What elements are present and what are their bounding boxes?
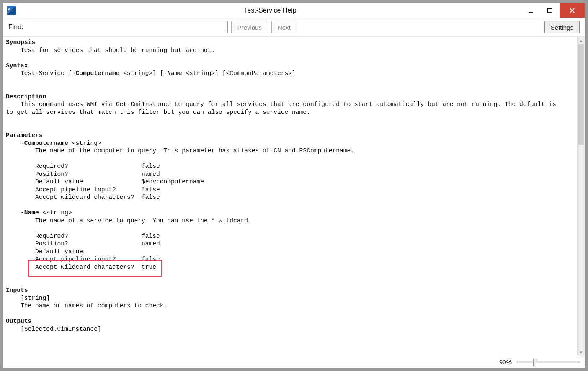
p2-name: Name	[24, 209, 39, 216]
inputs-heading: Inputs	[6, 287, 28, 294]
vertical-scrollbar[interactable]: ▲ ▼	[577, 37, 585, 356]
outputs-type: [Selected.CimInstance]	[21, 326, 101, 332]
p1-type: <string>	[68, 140, 101, 147]
p2-wildcard: Accept wildcard characters? true	[35, 264, 156, 271]
maximize-icon	[547, 8, 553, 13]
window-title: Test-Service Help	[19, 3, 521, 18]
minimize-button[interactable]	[521, 3, 540, 18]
status-bar: 90%	[3, 356, 585, 368]
zoom-level: 90%	[499, 358, 512, 366]
scroll-thumb[interactable]	[578, 44, 584, 145]
titlebar[interactable]: Test-Service Help	[3, 3, 585, 18]
p1-position: Position? named	[35, 171, 160, 178]
p1-desc: The name of the computer to query. This …	[35, 147, 354, 154]
scroll-down-arrow[interactable]: ▼	[578, 348, 585, 356]
syntax-prefix: Test-Service [-	[21, 70, 75, 77]
maximize-button[interactable]	[540, 3, 560, 18]
p1-dash: -	[21, 140, 24, 147]
synopsis-heading: Synopsis	[6, 39, 35, 46]
find-toolbar: Find: Previous Next Settings	[3, 18, 585, 36]
previous-button[interactable]: Previous	[231, 21, 268, 33]
p1-default: Default value $env:computername	[35, 178, 204, 185]
inputs-text: The name or names of computers to check.	[21, 302, 167, 309]
close-button[interactable]	[560, 3, 585, 18]
close-icon	[569, 8, 575, 13]
window-controls	[521, 3, 585, 18]
content-area: Synopsis Test for services that should b…	[3, 36, 585, 356]
help-text[interactable]: Synopsis Test for services that should b…	[3, 37, 576, 356]
find-input[interactable]	[27, 21, 228, 33]
p2-required: Required? false	[35, 233, 160, 240]
p2-desc: The name of a service to query. You can …	[35, 217, 252, 224]
p2-position: Position? named	[35, 240, 160, 247]
next-button[interactable]: Next	[271, 21, 297, 33]
p2-pipeline: Accept pipeline input? false	[35, 256, 160, 263]
syntax-param1: Computername	[75, 70, 119, 77]
zoom-slider-thumb[interactable]	[533, 359, 537, 366]
inputs-type: [string]	[21, 295, 50, 301]
syntax-mid2: <string>] [<CommonParameters>]	[182, 70, 296, 77]
syntax-heading: Syntax	[6, 62, 28, 69]
parameters-heading: Parameters	[6, 132, 43, 139]
synopsis-text: Test for services that should be running…	[21, 47, 215, 54]
description-text: This command uses WMI via Get-CmiInstanc…	[6, 101, 556, 116]
description-heading: Description	[6, 93, 46, 100]
help-window: Test-Service Help Find: Previous Next Se…	[3, 3, 585, 368]
p2-default: Default value	[35, 248, 83, 255]
p2-type: <string>	[39, 209, 72, 216]
scroll-up-arrow[interactable]: ▲	[578, 37, 585, 44]
p1-required: Required? false	[35, 163, 160, 170]
settings-button[interactable]: Settings	[544, 21, 580, 33]
p1-wildcard: Accept wildcard characters? false	[35, 194, 160, 201]
minimize-icon	[528, 8, 534, 13]
app-icon	[7, 6, 16, 15]
p1-name: Computername	[24, 140, 68, 147]
p1-pipeline: Accept pipeline input? false	[35, 186, 160, 193]
outputs-heading: Outputs	[6, 318, 31, 325]
syntax-mid1: <string>] [-	[120, 70, 168, 77]
zoom-slider[interactable]	[517, 361, 580, 363]
syntax-param2: Name	[167, 70, 182, 77]
find-label: Find:	[8, 23, 23, 31]
p2-dash: -	[21, 209, 24, 216]
svg-rect-1	[548, 8, 552, 13]
